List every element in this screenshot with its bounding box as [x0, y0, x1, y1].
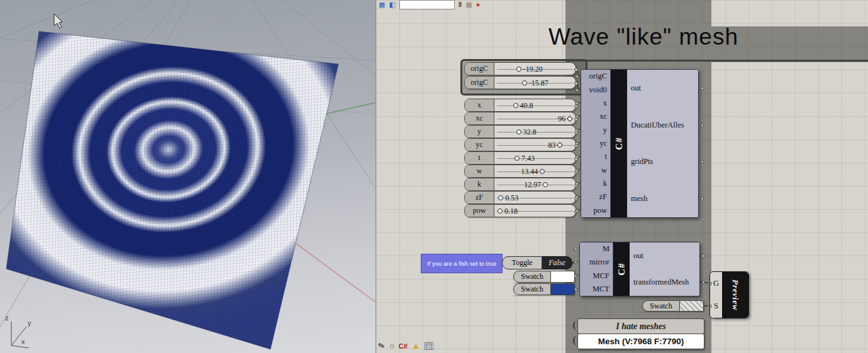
rhino-viewport[interactable]: z y x — [0, 0, 376, 353]
swatch-color[interactable] — [680, 300, 704, 312]
input-port[interactable]: mirror — [580, 258, 613, 267]
csharp-icon[interactable]: C# — [399, 342, 408, 350]
port-dot-icon[interactable] — [576, 169, 579, 172]
blue-grid-icon[interactable]: ▦ — [379, 1, 385, 8]
slider-knob[interactable] — [543, 182, 548, 187]
preview-label: Preview — [730, 280, 740, 311]
number-slider-xc[interactable]: xc 96 — [464, 112, 576, 125]
slider-label: origC — [465, 63, 494, 75]
number-slider-pow[interactable]: pow 0.18 — [464, 204, 576, 217]
script-icon[interactable]: ▲ — [412, 342, 420, 350]
output-port[interactable]: transformedMesh — [630, 278, 699, 287]
number-slider-x[interactable]: x 40.8 — [464, 99, 576, 112]
preview-body[interactable]: Preview — [722, 272, 748, 318]
number-slider-zF[interactable]: zF 0.53 — [464, 191, 576, 204]
input-port[interactable]: G — [710, 279, 722, 288]
slider-knob[interactable] — [515, 156, 520, 161]
slider-track[interactable]: 0.53 — [494, 192, 576, 204]
number-slider-w[interactable]: w 13.44 — [464, 165, 576, 178]
colour-swatch-white[interactable]: Swatch — [513, 271, 575, 283]
input-port[interactable]: t — [581, 152, 610, 161]
mesh-info-panel[interactable]: Mesh (V:7968 F:7790) — [577, 334, 704, 349]
slider-track[interactable]: -15.87 — [494, 77, 576, 89]
port-dot-icon[interactable] — [576, 102, 579, 105]
toolbar-fragment: ▦ ◧ ‖ ▦ ● — [376, 0, 567, 9]
toggle-value[interactable]: False — [542, 256, 572, 269]
input-port[interactable]: pow — [581, 206, 610, 215]
port-dot-icon[interactable] — [709, 282, 712, 285]
number-slider-origC-1[interactable]: origC -19.20 — [464, 62, 576, 75]
blue-panel-icon[interactable]: ◧ — [389, 1, 395, 8]
slider-knob[interactable] — [498, 195, 503, 200]
slider-track[interactable]: 40.8 — [494, 99, 576, 111]
output-port[interactable]: out — [627, 84, 698, 93]
component-name-bar[interactable]: C# — [613, 242, 630, 296]
port-dot-icon[interactable] — [701, 87, 704, 90]
output-port[interactable]: out — [630, 251, 699, 261]
port-dot-icon[interactable] — [576, 129, 579, 132]
input-port[interactable]: y — [581, 126, 610, 135]
colour-swatch-blue[interactable]: Swatch — [513, 283, 575, 295]
record-icon[interactable]: ● — [476, 1, 481, 8]
component-name-bar[interactable]: C# — [611, 70, 627, 217]
slider-knob[interactable] — [498, 209, 503, 214]
slider-track[interactable]: 0.18 — [494, 205, 576, 217]
input-port[interactable]: M — [580, 244, 613, 254]
port-dot-icon[interactable] — [574, 288, 577, 291]
input-port[interactable]: x — [581, 99, 610, 108]
number-slider-k[interactable]: k 12.97 — [464, 178, 576, 191]
input-port[interactable]: xc — [581, 112, 610, 121]
input-port[interactable]: yc — [581, 139, 610, 148]
preview-component[interactable]: G S Preview — [709, 271, 749, 318]
input-port[interactable]: k — [581, 179, 610, 188]
slider-knob[interactable] — [540, 169, 545, 174]
port-dot-icon[interactable] — [576, 142, 579, 145]
output-port[interactable]: mesh — [627, 194, 698, 204]
input-port[interactable]: MCF — [580, 271, 613, 281]
number-slider-origC-2[interactable]: origC -15.87 — [464, 76, 576, 89]
swatch-color[interactable] — [551, 271, 575, 283]
snap-grid-icon[interactable]: ▦ — [465, 1, 472, 8]
slider-track[interactable]: -19.20 — [494, 63, 576, 75]
csharp-mirror-component[interactable]: M mirror MCF MCT C# out transformedMesh — [579, 242, 700, 296]
swatch-color[interactable] — [551, 283, 575, 295]
toolbar-combo-box[interactable] — [399, 0, 455, 9]
colour-swatch-hatched[interactable]: Swatch — [642, 300, 704, 312]
number-slider-y[interactable]: y 32.8 — [464, 125, 576, 138]
slider-knob[interactable] — [513, 103, 518, 108]
circle-icon[interactable]: ○ — [389, 342, 394, 350]
slider-knob[interactable] — [516, 67, 521, 72]
slider-track[interactable]: 83 — [494, 139, 576, 151]
pause-icon[interactable]: ‖ — [459, 1, 462, 8]
output-port[interactable]: gridPts — [627, 157, 698, 166]
input-port[interactable]: MCT — [580, 285, 613, 294]
slider-track[interactable]: 13.44 — [494, 165, 576, 177]
port-dot-icon[interactable] — [701, 124, 704, 127]
toggle-note[interactable]: If you are a fish set to true — [421, 254, 503, 273]
sketch-icon[interactable]: ✎ — [377, 341, 386, 351]
port-dot-icon[interactable] — [702, 254, 705, 258]
number-slider-t[interactable]: t 7.43 — [464, 151, 576, 165]
slider-track[interactable]: 96 — [494, 112, 576, 124]
slider-track[interactable]: 7.43 — [494, 152, 576, 164]
panel-icon[interactable]: ▤ — [425, 342, 433, 350]
slider-track[interactable]: 12.97 — [494, 178, 576, 190]
port-dot-icon[interactable] — [576, 209, 579, 212]
slider-track[interactable]: 32.8 — [494, 126, 576, 138]
note-panel[interactable]: I hate meshes — [577, 318, 704, 334]
boolean-toggle[interactable]: Toggle False — [502, 256, 572, 269]
port-dot-icon[interactable] — [709, 305, 712, 308]
input-port[interactable]: void0 — [581, 85, 610, 95]
grasshopper-canvas[interactable]: Wave "like" mesh origC -19.20 — [376, 0, 868, 353]
slider-knob[interactable] — [522, 80, 527, 85]
input-port[interactable]: zF — [581, 192, 610, 202]
output-port[interactable]: DucatiUberAlles — [627, 121, 698, 130]
input-port[interactable]: S — [710, 301, 722, 311]
number-slider-yc[interactable]: yc 83 — [464, 138, 576, 151]
input-port[interactable]: origC — [581, 72, 610, 81]
slider-knob[interactable] — [516, 129, 521, 134]
port-dot-icon[interactable] — [574, 274, 577, 278]
input-port[interactable]: w — [581, 166, 610, 175]
csharp-script-component[interactable]: origC void0 x xc y yc t w k zF pow C# ou… — [581, 69, 699, 218]
port-dot-icon[interactable] — [576, 89, 579, 92]
